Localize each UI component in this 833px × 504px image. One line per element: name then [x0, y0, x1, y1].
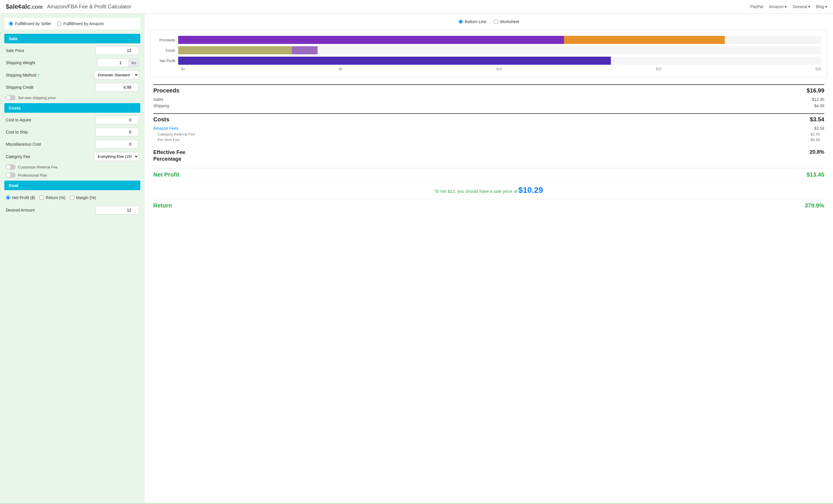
cost-to-acquire-row: Cost to Aquire [4, 116, 140, 124]
return-value: 379.9% [805, 202, 824, 209]
costs-chart-row: Costs [157, 46, 821, 54]
professional-plan-row: Professional Plan [4, 173, 140, 178]
header: $ale¢alc.com Amazon/FBA Fee & Profit Cal… [0, 0, 833, 14]
suggestion-text: To net $12, you should have a sale price… [434, 189, 543, 194]
axis-20: $20 [815, 67, 821, 71]
costs-label: Costs [153, 116, 169, 123]
logo-suffix: .com [31, 4, 43, 10]
proceeds-main-row: Proceeds $16.99 [153, 84, 824, 96]
fulfillment-by-seller-label[interactable]: Fullfillment by Seller [9, 21, 51, 26]
category-fee-label: Category Fee [6, 154, 94, 159]
cost-to-acquire-label: Cost to Aquire [6, 118, 95, 122]
axis-0: $0 [181, 67, 185, 71]
desired-amount-input[interactable] [95, 206, 139, 215]
goal-net-profit-radio[interactable] [6, 195, 10, 200]
shipping-row: Shipping $4.99 [153, 103, 824, 109]
fulfillment-by-amazon-label[interactable]: Fullfillment by Amazon [57, 21, 104, 26]
bottom-line-label[interactable]: Bottom Line [458, 19, 486, 24]
worksheet-label[interactable]: Worksheet [494, 19, 520, 24]
set-own-shipping-toggle[interactable] [6, 95, 16, 100]
sales-label: Sales [153, 97, 163, 102]
header-title: Amazon/FBA Fee & Profit Calculator [47, 4, 131, 10]
effective-fee-value: 20.8% [810, 149, 824, 163]
category-fee-select[interactable]: Everything Else (15%, $0.: [94, 152, 139, 161]
nav-amazon[interactable]: Amazon ▾ [769, 4, 787, 9]
net-profit-bar-label: Net Profit [157, 59, 178, 63]
goal-section-header: Goal [4, 181, 140, 190]
return-label: Return [153, 202, 172, 209]
sales-value: $12.00 [812, 97, 824, 102]
customize-referral-slider [6, 165, 16, 170]
suggestion-price: $10.29 [518, 185, 543, 195]
axis-10: $10 [496, 67, 502, 71]
cost-to-ship-label: Cost to Ship [6, 130, 95, 134]
professional-plan-toggle[interactable] [6, 173, 16, 178]
costs-main-row: Costs $3.54 [153, 113, 824, 125]
net-profit-bar [178, 57, 611, 65]
net-profit-value: $13.45 [807, 171, 824, 178]
goal-return-radio[interactable] [39, 195, 44, 200]
costs-section-header: Costs [4, 103, 140, 113]
professional-plan-slider [6, 173, 16, 178]
fulfillment-by-amazon-radio[interactable] [57, 21, 62, 26]
shipping-credit-input[interactable] [95, 83, 139, 92]
goal-type-row: Net Profit ($) Return (%) Margin (%) [4, 193, 140, 202]
goal-return-label[interactable]: Return (%) [39, 195, 65, 200]
logo[interactable]: $ale¢alc.com [6, 3, 43, 10]
goal-return-text: Return (%) [46, 195, 65, 200]
sale-price-label: Sale Price [6, 48, 95, 53]
proceeds-bar-orange [564, 36, 725, 44]
net-profit-chart-row: Net Profit [157, 57, 821, 65]
effective-fee-label: Effective Fee Percentage [153, 149, 185, 163]
customize-referral-toggle[interactable] [6, 165, 16, 170]
set-own-shipping-slider [6, 95, 16, 100]
sale-section-header: Sale [4, 34, 140, 43]
fulfillment-by-seller-radio[interactable] [9, 21, 13, 26]
amazon-fees-link[interactable]: Amazon Fees [153, 126, 178, 131]
per-item-fee-label: Per Item Fee [158, 137, 179, 142]
bottom-line-radio[interactable] [458, 19, 463, 24]
shipping-method-help[interactable]: ? [37, 73, 39, 77]
proceeds-label: Proceeds [153, 87, 179, 94]
shipping-method-label: Shipping Method ? [6, 73, 94, 77]
effective-fee-row: Effective Fee Percentage 20.8% [153, 147, 824, 165]
shipping-weight-input[interactable] [97, 58, 129, 67]
spacer-2 [153, 143, 824, 147]
net-profit-row: Net Profit $13.45 [153, 168, 824, 181]
nav-blog[interactable]: Blog ▾ [816, 4, 827, 9]
shipping-weight-row: Shipping Weight lbs [4, 58, 140, 67]
shipping-weight-label: Shipping Weight [6, 60, 97, 65]
worksheet-text: Worksheet [500, 19, 520, 24]
chart-container: Proceeds Costs Net Profit [150, 30, 827, 77]
proceeds-bar-label: Proceeds [157, 38, 178, 42]
costs-bar-purple-sm [292, 46, 317, 54]
nav-paypal[interactable]: PayPal [750, 4, 763, 9]
net-profit-label: Net Profit [153, 171, 179, 178]
return-row: Return 379.9% [153, 199, 824, 212]
goal-net-profit-label[interactable]: Net Profit ($) [6, 195, 35, 200]
net-profit-bar-track [178, 57, 821, 65]
misc-cost-label: Miscellaneous Cost [6, 142, 95, 147]
nav-general[interactable]: General ▾ [792, 4, 810, 9]
main-container: Fullfillment by Seller Fullfillment by A… [0, 14, 833, 503]
customize-referral-row: Customize Referral Fee [4, 165, 140, 170]
proceeds-value: $16.99 [807, 87, 824, 94]
costs-bar-tan [178, 46, 292, 54]
left-panel: Fullfillment by Seller Fullfillment by A… [0, 14, 145, 503]
misc-cost-input[interactable] [95, 140, 139, 149]
proceeds-bar-track [178, 36, 821, 44]
axis-5: $5 [339, 67, 342, 71]
goal-margin-radio[interactable] [70, 195, 74, 200]
set-own-shipping-label: Set own shipping price [18, 96, 56, 100]
shipping-credit-row: Shipping Credit [4, 83, 140, 92]
cost-to-acquire-input[interactable] [95, 116, 139, 124]
goal-margin-label[interactable]: Margin (%) [70, 195, 96, 200]
cost-to-ship-input[interactable] [95, 128, 139, 136]
logo-text: $ale¢alc [6, 3, 31, 10]
sale-price-row: Sale Price [4, 46, 140, 55]
sale-price-input[interactable] [95, 46, 139, 55]
shipping-method-select[interactable]: Domestic Standard Domestic Expedited Int… [94, 71, 139, 79]
misc-cost-row: Miscellaneous Cost [4, 140, 140, 149]
per-item-fee-row: Per Item Fee $0.99 [153, 137, 824, 143]
worksheet-radio[interactable] [494, 19, 498, 24]
